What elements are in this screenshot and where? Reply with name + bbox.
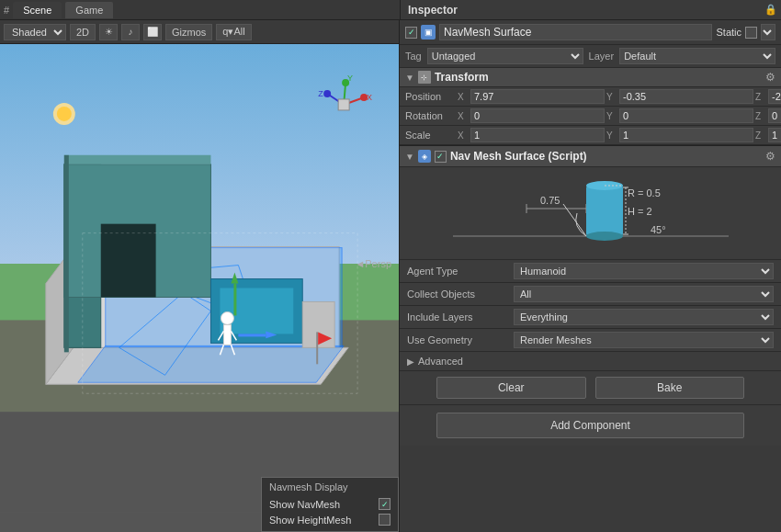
pos-z-label: Z <box>755 92 766 102</box>
agent-type-select[interactable]: Humanoid <box>514 263 774 279</box>
rot-y-input[interactable] <box>619 108 753 123</box>
transform-gear-icon[interactable]: ⚙ <box>765 71 775 84</box>
svg-rect-32 <box>233 284 236 316</box>
advanced-row[interactable]: ▶ Advanced <box>400 352 781 371</box>
game-tab[interactable]: Game <box>65 2 113 18</box>
svg-rect-20 <box>101 224 156 298</box>
script-section: ▼ ◈ ✓ Nav Mesh Surface (Script) ⚙ 0.75 <box>400 145 781 405</box>
scale-x-label: X <box>458 130 469 141</box>
pos-y-input[interactable] <box>619 89 753 104</box>
agent-type-row: Agent Type Humanoid <box>400 260 781 283</box>
add-component-button[interactable]: Add Component <box>436 413 744 438</box>
svg-rect-55 <box>586 186 623 236</box>
svg-text:X: X <box>367 93 372 102</box>
scene-toolbar: Shaded 2D ☀ ♪ ⬜ Gizmos q▾All <box>0 20 399 44</box>
persp-label: ◄Persp <box>355 258 391 269</box>
svg-text:Z: Z <box>318 89 323 98</box>
object-icon: ▣ <box>421 25 436 40</box>
rot-x-label: X <box>458 111 469 121</box>
svg-point-57 <box>586 232 623 241</box>
audio-icon[interactable]: ♪ <box>121 24 140 40</box>
scene-tab-label: Scene <box>23 5 51 16</box>
add-component-row: Add Component <box>400 405 781 446</box>
script-section-header[interactable]: ▼ ◈ ✓ Nav Mesh Surface (Script) ⚙ <box>400 146 781 167</box>
show-heightmesh-checkbox[interactable] <box>379 514 390 526</box>
pos-x-label: X <box>458 92 469 102</box>
pos-x-input[interactable] <box>470 89 605 104</box>
left-tabs: # Scene Game <box>0 2 400 18</box>
transform-section-header[interactable]: ▼ ⊹ Transform ⚙ <box>400 68 781 87</box>
scale-z-input[interactable] <box>768 128 781 142</box>
script-gear-icon[interactable]: ⚙ <box>765 150 775 163</box>
transform-icon: ⊹ <box>418 71 431 84</box>
script-active-checkbox[interactable]: ✓ <box>435 151 447 163</box>
scale-y-input[interactable] <box>619 128 753 142</box>
shading-dropdown[interactable]: Shaded <box>4 24 66 40</box>
scale-z-label: Z <box>755 130 766 141</box>
position-label: Position <box>405 91 456 102</box>
gizmos-button[interactable]: Gizmos <box>165 24 212 40</box>
show-heightmesh-row: Show HeightMesh <box>269 512 390 527</box>
agent-svg: 0.75 R = 0.5 H = 2 <box>444 176 738 250</box>
show-navmesh-label: Show NavMesh <box>269 499 340 510</box>
include-layers-select[interactable]: Everything <box>514 309 774 325</box>
layer-select[interactable]: Default <box>619 48 775 64</box>
game-tab-label: Game <box>75 5 103 16</box>
scale-row: Scale X Y Z <box>400 126 781 145</box>
svg-rect-27 <box>223 324 231 345</box>
rotation-label: Rotation <box>405 110 456 121</box>
navmesh-popup-title: Navmesh Display <box>269 481 390 492</box>
static-dropdown[interactable]: ▾ <box>761 24 775 40</box>
scene-tab-icon: # <box>4 5 9 16</box>
show-navmesh-row: Show NavMesh ✓ <box>269 496 390 512</box>
pos-y-label: Y <box>606 92 617 102</box>
top-bar: # Scene Game Inspector 🔒 <box>0 0 781 20</box>
inspector-panel: ✓ ▣ Static ▾ Tag Untagged Layer Default … <box>400 20 781 532</box>
rot-z-input[interactable] <box>768 108 781 123</box>
sun-icon[interactable]: ☀ <box>99 24 118 40</box>
svg-text:R = 0.5: R = 0.5 <box>628 187 661 198</box>
bake-button[interactable]: Bake <box>595 377 745 399</box>
lock-icon[interactable]: 🔒 <box>764 4 777 16</box>
svg-text:0.75: 0.75 <box>540 195 560 206</box>
script-title: Nav Mesh Surface (Script) <box>450 150 587 163</box>
scene-tab[interactable]: Scene <box>13 2 62 18</box>
clear-button[interactable]: Clear <box>436 377 586 399</box>
navmesh-display-popup: Navmesh Display Show NavMesh ✓ Show Heig… <box>261 477 399 532</box>
svg-point-26 <box>221 311 233 324</box>
svg-marker-19 <box>64 155 211 164</box>
use-geometry-select[interactable]: Render Meshes <box>514 332 774 348</box>
effects-icon[interactable]: ⬜ <box>143 24 162 40</box>
svg-rect-49 <box>338 99 349 110</box>
scale-y-label: Y <box>606 130 617 141</box>
rotation-row: Rotation X Y Z <box>400 107 781 126</box>
svg-text:45°: 45° <box>651 224 666 235</box>
tag-layer-row: Tag Untagged Layer Default <box>400 45 781 68</box>
script-arrow-icon: ▼ <box>405 152 414 162</box>
svg-rect-21 <box>64 155 69 353</box>
object-name-input[interactable] <box>439 24 712 40</box>
scale-x-input[interactable] <box>470 128 605 142</box>
show-navmesh-checkbox[interactable]: ✓ <box>379 498 390 510</box>
object-header: ✓ ▣ Static ▾ <box>400 20 781 45</box>
collect-objects-row: Collect Objects All <box>400 283 781 306</box>
agent-visualization: 0.75 R = 0.5 H = 2 <box>400 167 781 260</box>
scale-label: Scale <box>405 130 456 141</box>
scene-panel: Shaded 2D ☀ ♪ ⬜ Gizmos q▾All <box>0 20 400 532</box>
rot-y-label: Y <box>606 111 617 121</box>
include-layers-row: Include Layers Everything <box>400 306 781 329</box>
advanced-arrow-icon: ▶ <box>407 357 414 367</box>
scene-viewport[interactable]: X Y Z ◄Persp Navmesh Display Show NavMes… <box>0 44 399 532</box>
pos-z-input[interactable] <box>768 89 781 104</box>
tag-select[interactable]: Untagged <box>427 48 583 64</box>
collect-objects-select[interactable]: All <box>514 286 774 302</box>
static-checkbox[interactable] <box>745 27 757 39</box>
object-active-checkbox[interactable]: ✓ <box>405 27 417 39</box>
inspector-header-bar: Inspector 🔒 <box>400 0 781 19</box>
2d-button[interactable]: 2D <box>70 24 96 40</box>
all-button[interactable]: q▾All <box>216 24 251 40</box>
rot-z-label: Z <box>755 111 766 121</box>
rot-x-input[interactable] <box>470 108 605 123</box>
svg-point-45 <box>323 90 331 97</box>
svg-rect-36 <box>316 332 318 364</box>
